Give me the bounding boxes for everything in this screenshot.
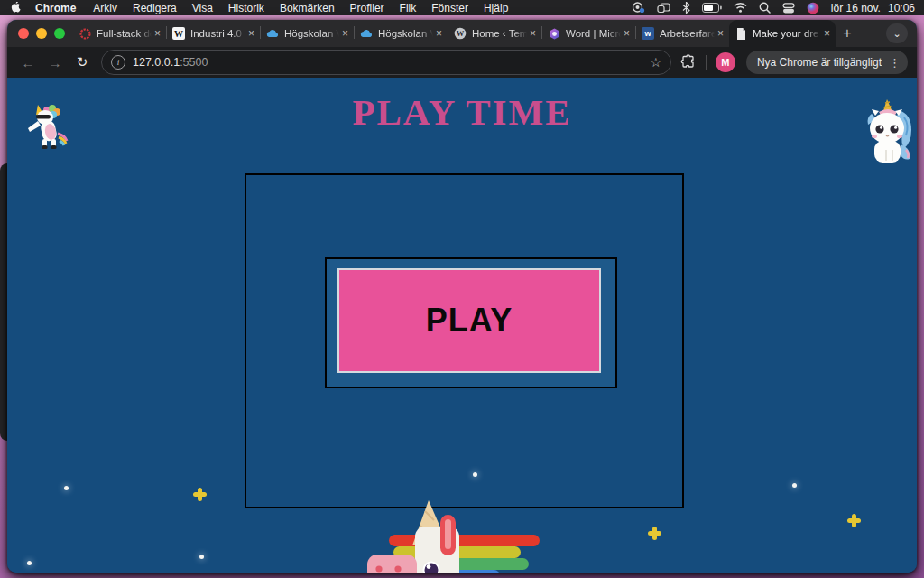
star-dot [199, 555, 204, 559]
star-dot [64, 486, 69, 490]
chrome-update-label: Nya Chrome är tillgängligt [757, 56, 882, 69]
sparkle-plus [648, 527, 661, 540]
webpage-viewport: PLAY TIME [7, 78, 917, 573]
wordpress-favicon: W [454, 27, 467, 40]
tab-close-icon[interactable]: × [824, 27, 830, 40]
menubar-clock[interactable]: lör 16 nov. 10:06 [831, 2, 915, 14]
url-host: 127.0.0.1 [133, 56, 180, 69]
rainbow-unicorn-image [364, 499, 544, 573]
star-dot [792, 483, 797, 488]
more-menu-icon[interactable]: ⋮ [889, 56, 901, 70]
window-controls [7, 20, 73, 47]
address-bar[interactable]: i 127.0.0.1 :5500 ☆ [101, 50, 671, 75]
bookmark-star-icon[interactable]: ☆ [650, 55, 661, 70]
cute-unicorn-image [859, 98, 917, 168]
dabbing-unicorn-image [25, 99, 72, 155]
camera-status-icon[interactable] [632, 2, 645, 14]
play-panel: PLAY [325, 257, 617, 388]
back-button[interactable]: ← [16, 51, 40, 74]
tab-close-icon[interactable]: × [624, 27, 630, 40]
tab-label: Arbetserfaren [660, 28, 715, 39]
tab-arbetserfarenhet[interactable]: w Arbetserfaren × [636, 22, 729, 45]
tab-label: Högskolan Vä [378, 28, 433, 39]
cloud-favicon [266, 27, 279, 40]
spotlight-search-icon[interactable] [759, 2, 771, 14]
cloud-favicon [360, 27, 373, 40]
new-tab-button[interactable]: + [836, 22, 859, 45]
menu-chrome[interactable]: Chrome [35, 2, 76, 14]
tab-strip: Full-stack dev × W Industri 4.0 – × Högs… [7, 20, 917, 47]
microsoft365-favicon [548, 27, 560, 40]
word-favicon: w [642, 27, 654, 40]
page-title: PLAY TIME [7, 90, 917, 134]
menu-hjalp[interactable]: Hjälp [484, 2, 508, 14]
tab-close-icon[interactable]: × [248, 27, 254, 40]
tab-make-your-dream-active[interactable]: Make your dre × [729, 20, 836, 47]
url-port: :5500 [180, 56, 208, 69]
profile-avatar[interactable]: M [716, 52, 735, 72]
wifi-icon[interactable] [734, 3, 747, 13]
minimize-window-button[interactable] [36, 28, 47, 39]
star-dot [473, 472, 477, 477]
browser-toolbar: ← → ↻ i 127.0.0.1 :5500 ☆ M Nya Chrome ä… [7, 47, 917, 78]
tab-close-icon[interactable]: × [342, 27, 348, 40]
tab-label: Högskolan Vä [284, 28, 339, 39]
control-center-icon[interactable] [782, 3, 795, 14]
wikipedia-favicon: W [172, 27, 185, 40]
forward-button[interactable]: → [43, 51, 67, 74]
tab-label: Word | Micros [566, 28, 621, 39]
menu-redigera[interactable]: Redigera [133, 2, 177, 14]
tab-close-icon[interactable]: × [530, 27, 536, 40]
play-button[interactable]: PLAY [337, 268, 601, 373]
close-window-button[interactable] [18, 28, 29, 39]
tab-search-button[interactable]: ⌄ [886, 23, 908, 43]
site-info-icon[interactable]: i [111, 55, 125, 70]
tab-word-online[interactable]: Word | Micros × [542, 22, 635, 45]
menu-flik[interactable]: Flik [400, 2, 417, 14]
tab-industri[interactable]: W Industri 4.0 – × [167, 22, 260, 45]
menu-profiler[interactable]: Profiler [350, 2, 384, 14]
sparkle-plus [193, 488, 207, 501]
menubar-date: lör 16 nov. [831, 2, 881, 14]
chrome-update-button[interactable]: Nya Chrome är tillgängligt ⋮ [746, 51, 908, 74]
red-ring-favicon [79, 27, 91, 40]
stage-manager-icon[interactable] [657, 3, 670, 14]
menu-historik[interactable]: Historik [228, 2, 264, 14]
tab-fullstack[interactable]: Full-stack dev × [73, 22, 166, 45]
star-dot [27, 561, 32, 565]
bluetooth-icon[interactable] [682, 2, 690, 14]
svg-text:W: W [457, 29, 465, 38]
document-favicon [735, 27, 747, 40]
tab-label: Full-stack dev [97, 28, 152, 39]
reload-button[interactable]: ↻ [70, 51, 94, 74]
chrome-window: Full-stack dev × W Industri 4.0 – × Högs… [7, 20, 917, 573]
zoom-window-button[interactable] [54, 28, 65, 39]
sparkle-plus [847, 514, 861, 527]
menu-bokmarken[interactable]: Bokmärken [280, 2, 335, 14]
battery-icon[interactable] [702, 3, 722, 13]
tab-close-icon[interactable]: × [717, 27, 724, 40]
macos-menu-bar: Chrome Arkiv Redigera Visa Historik Bokm… [0, 0, 924, 15]
toolbar-divider [706, 55, 707, 70]
extensions-icon[interactable] [680, 54, 697, 70]
tab-label: Industri 4.0 – [190, 28, 245, 39]
tab-close-icon[interactable]: × [436, 27, 442, 40]
apple-logo-icon[interactable] [11, 2, 23, 14]
siri-icon[interactable] [807, 2, 819, 14]
tab-label: Home ‹ Templ [472, 28, 527, 39]
tab-close-icon[interactable]: × [154, 27, 161, 40]
menubar-time: 10:06 [888, 2, 915, 14]
tab-label: Make your dre [753, 28, 821, 39]
tab-hogskolan-2[interactable]: Högskolan Vä × [355, 22, 448, 45]
tab-hogskolan-1[interactable]: Högskolan Vä × [261, 22, 354, 45]
menu-fonster[interactable]: Fönster [431, 2, 468, 14]
menu-arkiv[interactable]: Arkiv [93, 2, 117, 14]
menu-visa[interactable]: Visa [192, 2, 213, 14]
tab-wordpress-home[interactable]: W Home ‹ Templ × [448, 22, 541, 45]
